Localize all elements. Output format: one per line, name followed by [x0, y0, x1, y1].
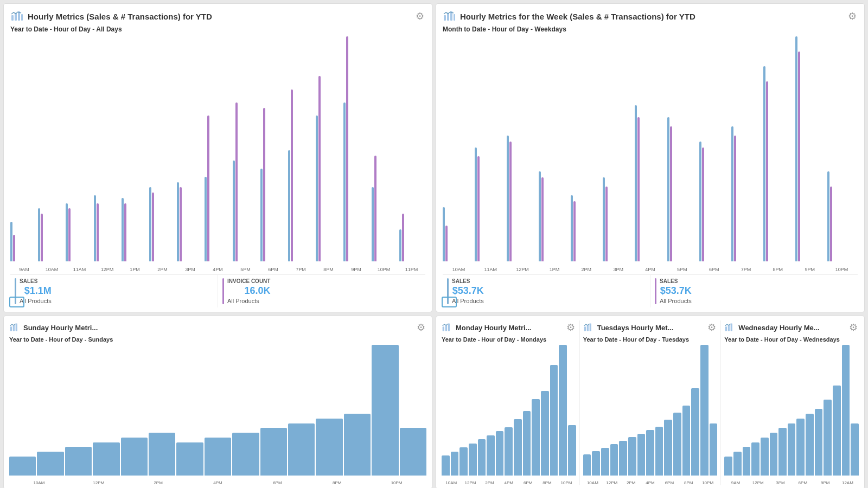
bar-purple	[207, 115, 209, 261]
bar-group-sm	[469, 345, 477, 476]
bar-group-sm	[592, 345, 600, 476]
bar-group-sm	[806, 345, 814, 476]
bar-single	[316, 419, 342, 476]
bar-group-sm	[93, 345, 119, 476]
x-axis-label: 4PM	[634, 267, 666, 272]
panel-wednesday-inner: Wednesday Hourly Me... ⚙ Year to Date - …	[721, 320, 859, 485]
bar-group	[233, 36, 259, 261]
bar-purple	[637, 117, 640, 261]
invoice-bar-indicator	[222, 278, 224, 304]
x-axis-label-sm: 12PM	[461, 480, 480, 485]
bar-single	[176, 442, 203, 476]
bar-group	[539, 36, 569, 261]
bar-group-sm	[487, 345, 495, 476]
bar-group-sm	[842, 345, 850, 476]
x-axis-label-sm: 10PM	[557, 480, 576, 485]
bar-single	[260, 428, 287, 476]
bar-single	[288, 423, 315, 476]
bar-group	[475, 36, 505, 261]
bar-blue	[635, 105, 637, 261]
x-axis-label: 10PM	[826, 267, 858, 272]
bar-group	[827, 36, 858, 261]
metric-sales-tr1: SALES $53.7K All Products	[443, 275, 650, 307]
bar-purple	[445, 226, 448, 261]
bar-blue	[10, 222, 12, 261]
panel-tuesday-gear[interactable]: ⚙	[706, 320, 717, 335]
bar-single	[514, 419, 522, 476]
panel-sunday-chart: 10AM12PM2PM4PM6PM8PM10PM	[9, 345, 426, 485]
bar-blue	[288, 150, 290, 261]
panel-monday-gear[interactable]: ⚙	[565, 320, 576, 335]
bar-group-sm	[523, 345, 531, 476]
bar-single	[469, 444, 477, 476]
x-axis-label: 11AM	[66, 267, 93, 272]
bar-single	[796, 419, 805, 476]
bar-group-sm	[851, 345, 859, 476]
bar-group-sm	[700, 345, 709, 476]
bar-single	[851, 423, 859, 476]
panel-top-right-gear[interactable]: ⚙	[847, 9, 858, 23]
expand-button-top-right[interactable]	[442, 297, 457, 307]
bar-single	[583, 454, 591, 476]
bar-single	[9, 457, 36, 476]
metric-sales-label: SALES	[20, 278, 52, 284]
bar-blue	[38, 208, 40, 261]
panel-top-left-header: Hourly Metrics (Sales & # Transactions) …	[10, 9, 425, 23]
panel-tuesday-inner: Tuesdays Hourly Met... ⚙ Year to Date - …	[580, 320, 722, 485]
bar-group	[10, 36, 36, 261]
bar-single	[93, 442, 119, 476]
bar-group	[372, 36, 398, 261]
panel-monday-inner: Monday Hourly Metri... ⚙ Year to Date - …	[442, 320, 580, 485]
x-axis-label: 12PM	[93, 267, 121, 272]
bar-group-sm	[655, 345, 663, 476]
bar-single	[751, 442, 760, 476]
bar-single	[400, 428, 426, 476]
bar-group-sm	[372, 345, 398, 476]
bar-group-sm	[646, 345, 654, 476]
bar-purple	[124, 203, 126, 261]
panel-tuesday-subtitle: Year to Date - Hour of Day - Tuesdays	[583, 336, 718, 343]
svg-rect-1	[15, 13, 17, 21]
x-axis-label: 11PM	[398, 267, 425, 272]
bar-group	[699, 36, 730, 261]
bar-blue	[316, 115, 318, 261]
panel-sunday-gear[interactable]: ⚙	[416, 320, 426, 335]
bar-group-sm	[559, 345, 567, 476]
bar-blue	[571, 195, 573, 261]
bar-blue	[233, 160, 235, 261]
x-axis-label: 6PM	[259, 267, 287, 272]
svg-rect-3	[21, 14, 23, 21]
x-axis-label-sm: 8PM	[307, 480, 367, 485]
x-axis-label-sm: 10AM	[583, 480, 602, 485]
bar-blue	[372, 187, 374, 261]
x-axis-label-sm: 2PM	[480, 480, 499, 485]
bar-group-sm	[541, 345, 549, 476]
metric-sales: SALES $1.1M All Products	[10, 275, 218, 307]
panel-top-left-gear[interactable]: ⚙	[414, 9, 425, 23]
panel-monday-chart: 10AM12PM2PM4PM6PM8PM10PM	[442, 345, 576, 485]
panel-top-right: Hourly Metrics for the Week (Sales & # T…	[436, 3, 865, 312]
metric-invoice-label: INVOICE COUNT	[227, 278, 270, 284]
chart-icon-mon	[442, 322, 452, 333]
panel-tuesday-header: Tuesdays Hourly Met... ⚙	[583, 320, 718, 335]
bar-single	[700, 345, 709, 476]
bar-group	[635, 36, 665, 261]
panel-wednesday-gear[interactable]: ⚙	[848, 320, 859, 335]
bar-group-sm	[176, 345, 203, 476]
bar-single	[592, 451, 600, 476]
x-axis-label: 3PM	[602, 267, 634, 272]
panel-sunday: Sunday Hourly Metri... ⚙ Year to Date - …	[3, 316, 432, 488]
bar-group-sm	[778, 345, 787, 476]
x-axis-label: 7PM	[730, 267, 762, 272]
x-axis-label: 1PM	[121, 267, 149, 272]
bar-purple	[477, 156, 480, 261]
panel-top-right-header: Hourly Metrics for the Week (Sales & # T…	[443, 9, 858, 23]
bar-single	[487, 435, 495, 476]
metric-invoice-sub: All Products	[227, 298, 270, 304]
bar-purple	[670, 126, 672, 261]
expand-button-top-left[interactable]	[9, 297, 24, 307]
svg-rect-11	[443, 326, 444, 331]
svg-rect-8	[10, 326, 12, 331]
panel-wednesday-title: Wednesday Hourly Me...	[738, 324, 819, 332]
bar-purple	[734, 136, 736, 261]
